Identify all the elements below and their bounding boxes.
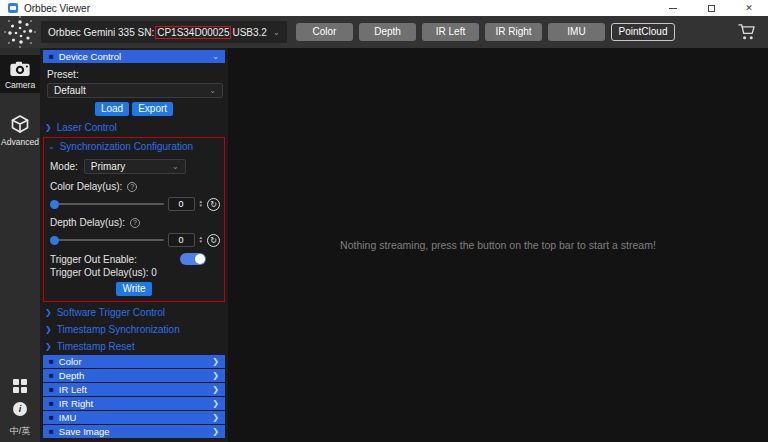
- preset-buttons: Load Export: [43, 102, 225, 116]
- device-selector[interactable]: Orbbec Gemini 335 SN:CP1S34D00025USB3.2 …: [41, 21, 287, 43]
- preset-value: Default: [54, 85, 86, 96]
- maximize-icon: [708, 5, 715, 12]
- mode-row: Mode: Primary ⌄: [50, 159, 220, 174]
- depth-delay-input[interactable]: 0: [168, 233, 195, 247]
- trigger-out-enable-row: Trigger Out Enable:: [50, 253, 220, 265]
- bullet-icon: ■: [49, 358, 54, 366]
- write-button[interactable]: Write: [116, 282, 151, 296]
- sync-config-label: Synchronization Configuration: [60, 141, 193, 152]
- window-title: Orbbec Viewer: [24, 3, 90, 14]
- color-stream-button[interactable]: Color: [296, 23, 353, 41]
- tab-advanced-label: Advanced: [0, 137, 40, 147]
- software-trigger-link[interactable]: ❯ Software Trigger Control: [43, 304, 225, 321]
- cart-button[interactable]: [737, 23, 756, 41]
- color-delay-stepper[interactable]: ▲ ▼: [199, 200, 203, 209]
- apps-grid-icon[interactable]: [13, 379, 27, 393]
- sidebar: Camera Advanced i 中/英: [0, 48, 40, 442]
- section-ir-right[interactable]: ■ IR Right ❯: [43, 397, 225, 410]
- language-toggle[interactable]: 中/英: [10, 425, 31, 438]
- device-serial: CP1S34D00025: [155, 26, 231, 39]
- color-delay-label: Color Delay(us):: [50, 181, 122, 192]
- content-area: Camera Advanced i 中/英 ■ Device Control ⌄…: [0, 48, 768, 442]
- bullet-icon: ■: [49, 386, 54, 394]
- help-icon[interactable]: ?: [127, 182, 137, 192]
- chevron-right-icon: ❯: [45, 308, 52, 317]
- section-imu[interactable]: ■ IMU ❯: [43, 411, 225, 424]
- control-panel: ■ Device Control ⌄ Preset: Default ⌄ Loa…: [40, 48, 228, 442]
- color-delay-label-row: Color Delay(us): ?: [50, 181, 220, 192]
- bullet-icon: ■: [49, 400, 54, 408]
- tab-advanced[interactable]: Advanced: [0, 109, 40, 150]
- cart-icon: [737, 23, 756, 41]
- section-depth-label: Depth: [59, 370, 84, 381]
- spin-down-icon[interactable]: ▼: [199, 204, 203, 209]
- mode-value: Primary: [91, 161, 125, 172]
- depth-delay-row: 0 ▲ ▼ ↻: [50, 233, 220, 247]
- bullet-icon: ■: [49, 428, 54, 436]
- color-delay-input[interactable]: 0: [168, 197, 195, 211]
- preset-label: Preset:: [47, 69, 225, 80]
- section-save-image-label: Save Image: [59, 426, 110, 437]
- device-control-header[interactable]: ■ Device Control ⌄: [43, 50, 225, 63]
- section-ir-right-label: IR Right: [59, 398, 93, 409]
- timestamp-reset-label: Timestamp Reset: [57, 341, 135, 352]
- section-depth[interactable]: ■ Depth ❯: [43, 369, 225, 382]
- app-icon: [8, 3, 18, 13]
- software-trigger-label: Software Trigger Control: [57, 307, 165, 318]
- stream-viewport: Nothing streaming, press the button on t…: [228, 48, 768, 442]
- slider-thumb[interactable]: [50, 236, 59, 245]
- help-icon[interactable]: ?: [130, 218, 140, 228]
- chevron-down-icon: ⌄: [172, 162, 179, 171]
- ir-left-stream-button[interactable]: IR Left: [422, 23, 479, 41]
- chevron-down-icon: ⌄: [212, 52, 219, 61]
- bullet-icon: ■: [49, 414, 54, 422]
- stream-button-group: Color Depth IR Left IR Right IMU PointCl…: [296, 23, 675, 41]
- empty-stream-message: Nothing streaming, press the button on t…: [340, 239, 656, 251]
- laser-control-link[interactable]: ❯ Laser Control: [43, 119, 225, 136]
- reset-icon[interactable]: ↻: [207, 234, 220, 247]
- depth-delay-stepper[interactable]: ▲ ▼: [199, 236, 203, 245]
- chevron-right-icon: ❯: [212, 385, 219, 394]
- chevron-right-icon: ❯: [212, 371, 219, 380]
- load-button[interactable]: Load: [95, 102, 129, 116]
- laser-control-label: Laser Control: [57, 122, 117, 133]
- titlebar: Orbbec Viewer ✕: [0, 0, 768, 16]
- spin-down-icon[interactable]: ▼: [199, 240, 203, 245]
- section-ir-left[interactable]: ■ IR Left ❯: [43, 383, 225, 396]
- close-button[interactable]: ✕: [730, 0, 768, 16]
- minimize-icon: [669, 8, 677, 9]
- chevron-down-icon: ⌄: [209, 86, 216, 95]
- imu-stream-button[interactable]: IMU: [548, 23, 605, 41]
- mode-label: Mode:: [50, 161, 78, 172]
- chevron-right-icon: ❯: [45, 342, 52, 351]
- reset-icon[interactable]: ↻: [207, 198, 220, 211]
- maximize-button[interactable]: [692, 0, 730, 16]
- export-button[interactable]: Export: [132, 102, 173, 116]
- depth-stream-button[interactable]: Depth: [359, 23, 416, 41]
- synchronization-section: ⌄ Synchronization Configuration Mode: Pr…: [43, 137, 225, 302]
- depth-delay-slider[interactable]: [50, 239, 164, 241]
- color-delay-slider[interactable]: [50, 203, 164, 205]
- chevron-right-icon: ❯: [212, 357, 219, 366]
- bullet-icon: ■: [49, 372, 54, 380]
- ir-right-stream-button[interactable]: IR Right: [485, 23, 542, 41]
- window-controls: ✕: [654, 0, 768, 16]
- preset-dropdown[interactable]: Default ⌄: [47, 83, 223, 98]
- timestamp-reset-link[interactable]: ❯ Timestamp Reset: [43, 338, 225, 355]
- chevron-right-icon: ❯: [45, 325, 52, 334]
- bullet-icon: ■: [49, 53, 54, 61]
- timestamp-sync-link[interactable]: ❯ Timestamp Synchronization: [43, 321, 225, 338]
- section-color[interactable]: ■ Color ❯: [43, 355, 225, 368]
- tab-camera[interactable]: Camera: [0, 55, 40, 93]
- mode-dropdown[interactable]: Primary ⌄: [84, 159, 186, 174]
- sync-config-link[interactable]: ⌄ Synchronization Configuration: [48, 139, 220, 157]
- write-row: Write: [48, 282, 220, 296]
- trigger-out-enable-toggle[interactable]: [180, 253, 206, 265]
- section-save-image[interactable]: ■ Save Image ❯: [43, 425, 225, 438]
- minimize-button[interactable]: [654, 0, 692, 16]
- slider-thumb[interactable]: [50, 200, 59, 209]
- pointcloud-stream-button[interactable]: PointCloud: [611, 23, 675, 41]
- info-icon[interactable]: i: [13, 402, 27, 416]
- chevron-down-icon: ⌄: [48, 142, 55, 151]
- trigger-out-enable-label: Trigger Out Enable:: [50, 254, 137, 265]
